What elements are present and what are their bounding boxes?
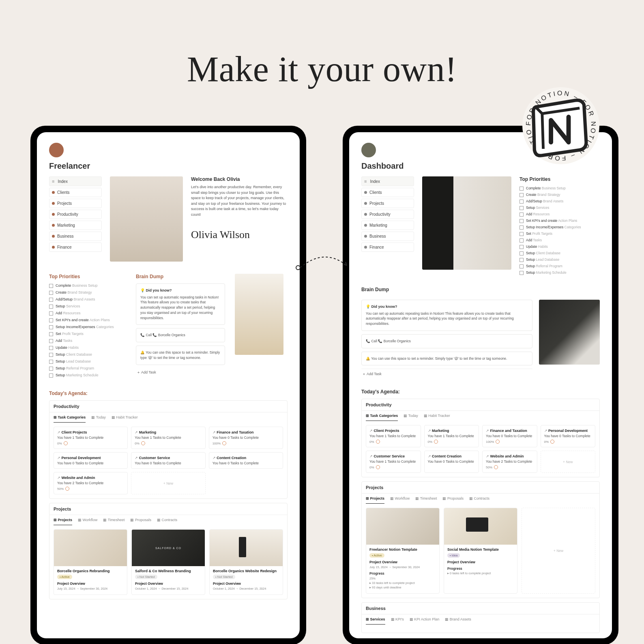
add-task-button[interactable]: Add Task (361, 369, 532, 378)
priority-item[interactable]: Setup Client Database (519, 251, 600, 255)
priority-item[interactable]: Setup Income/Expenses Categories (519, 225, 600, 230)
priority-item[interactable]: Update Habits (49, 346, 126, 350)
notion-badge: FOR NOTION – FOR NOTION – FOR NOTION – (522, 87, 599, 164)
priority-item[interactable]: Setup Marketing Schedule (49, 373, 126, 378)
sidebar-item-productivity[interactable]: Productivity (361, 210, 414, 219)
priority-item[interactable]: Setup Lead Database (49, 359, 126, 364)
project-card[interactable]: Freelancer Notion Template• ActiveProjec… (366, 508, 440, 594)
priority-item[interactable]: Setup Services (519, 206, 600, 210)
priority-item[interactable]: Setup Referral Program (519, 264, 600, 268)
priority-item[interactable]: Setup Income/Expenses Categories (49, 325, 126, 329)
sidebar-item-marketing[interactable]: Marketing (49, 221, 102, 230)
reminder-card: You can use this space to set a reminder… (136, 346, 225, 365)
priority-item[interactable]: Create Brand Strategy (49, 290, 126, 295)
tab-kpi-s[interactable]: ▦ KPI's (391, 614, 404, 625)
task-category-tile[interactable]: MarketingYou have 1 Tasks to Complete0% (424, 425, 479, 447)
tab-kpi-action-plan[interactable]: ▦ KPI Action Plan (410, 614, 440, 625)
priority-item[interactable]: Update Habits (519, 245, 600, 249)
sidebar-item-marketing[interactable]: Marketing (361, 221, 414, 230)
tab-task-categories[interactable]: ⊞ Task Categories (54, 412, 86, 423)
priority-item[interactable]: Set Profit Targets (519, 232, 600, 236)
tab-workflow[interactable]: ▦ Workflow (78, 515, 97, 525)
priority-item[interactable]: Set KPI's and create Action Plans (49, 318, 126, 322)
welcome-panel: Welcome Back Olivia Let's dive into anot… (191, 176, 288, 262)
priority-item[interactable]: Complete Business Setup (49, 283, 126, 288)
task-category-tile[interactable]: Customer ServiceYou have 0 Tasks to Comp… (131, 452, 205, 469)
priority-item[interactable]: Setup Marketing Schedule (519, 270, 600, 275)
tab-brand-assets[interactable]: ▦ Brand Assets (445, 614, 471, 625)
priority-item[interactable]: Complete Business Setup (519, 186, 600, 191)
priority-item[interactable]: Add/Setup Brand Assets (49, 297, 126, 302)
priority-item[interactable]: Add/Setup Brand Assets (519, 199, 600, 204)
call-card[interactable]: Call 📞 Borcelle Organics (361, 334, 532, 348)
tab-today[interactable]: ▦ Today (404, 411, 418, 421)
sidebar-item-business[interactable]: Business (361, 232, 414, 241)
task-category-tile[interactable]: Finance and TaxationYou have 0 Tasks to … (209, 427, 283, 449)
priority-item[interactable]: Setup Lead Database (519, 258, 600, 262)
screen-freelancer: Freelancer IndexClientsProjectsProductiv… (37, 132, 300, 638)
sidebar-item-productivity[interactable]: Productivity (49, 210, 102, 219)
tab-contracts[interactable]: ▦ Contracts (157, 515, 177, 525)
task-category-tile[interactable]: Client ProjectsYou have 1 Tasks to Compl… (54, 427, 128, 449)
tablet-left: Freelancer IndexClientsProjectsProductiv… (30, 126, 306, 644)
task-category-tile[interactable]: Customer ServiceYou have 1 Tasks to Comp… (366, 451, 421, 473)
tab-timesheet[interactable]: ▦ Timesheet (415, 494, 437, 504)
new-tile-button[interactable]: + New (131, 472, 205, 494)
sidebar-item-index[interactable]: Index (361, 176, 414, 186)
priority-item[interactable]: Add Resources (519, 212, 600, 217)
tab-timesheet[interactable]: ▦ Timesheet (103, 515, 125, 525)
priority-item[interactable]: Create Brand Strategy (519, 193, 600, 197)
project-card[interactable]: Salford & Co Wellness Branding• Not Star… (131, 529, 205, 595)
tab-projects[interactable]: ⊞ Projects (54, 515, 72, 525)
sidebar-item-projects[interactable]: Projects (49, 199, 102, 208)
didyouknow-card: Did you know? You can set up automatic r… (136, 283, 225, 325)
priority-item[interactable]: Add Resources (49, 311, 126, 316)
sidebar-item-business[interactable]: Business (49, 232, 102, 241)
add-task-button[interactable]: Add Task (136, 368, 225, 377)
new-project-button[interactable]: + New (522, 508, 595, 594)
tab-today[interactable]: ▦ Today (91, 412, 105, 423)
braindump-title: Brain Dump (136, 274, 225, 279)
priority-item[interactable]: Setup Client Database (49, 352, 126, 357)
tab-proposals[interactable]: ▦ Proposals (442, 494, 464, 504)
project-card[interactable]: Social Media Notion Template• IdeaProjec… (444, 508, 517, 594)
priority-item[interactable]: Add Tasks (49, 339, 126, 343)
call-card[interactable]: Call 📞 Borcelle Organics (136, 328, 225, 342)
tab-services[interactable]: ⊞ Services (366, 614, 385, 625)
sidebar-item-clients[interactable]: Clients (361, 188, 414, 197)
sidebar-item-finance[interactable]: Finance (361, 243, 414, 252)
tab-workflow[interactable]: ▦ Workflow (390, 494, 410, 504)
braindump-title: Brain Dump (361, 287, 600, 292)
priority-item[interactable]: Add Tasks (519, 238, 600, 243)
priority-item[interactable]: Set Profit Targets (49, 332, 126, 336)
priority-item[interactable]: Setup Referral Program (49, 366, 126, 371)
sidebar-item-finance[interactable]: Finance (49, 243, 102, 252)
projects-block: Projects ⊞ Projects▦ Workflow▦ Timesheet… (361, 481, 600, 598)
sidebar-item-index[interactable]: Index (49, 176, 102, 186)
new-tile-button[interactable]: + New (541, 451, 596, 473)
tab-task-categories[interactable]: ⊞ Task Categories (366, 411, 398, 421)
project-card[interactable]: Borcelle Organics Rebranding• ActiveProj… (54, 529, 127, 595)
sidebar-item-projects[interactable]: Projects (361, 199, 414, 208)
task-category-tile[interactable]: Personal DevelopmentYou have 0 Tasks to … (541, 425, 596, 447)
sidebar-item-clients[interactable]: Clients (49, 188, 102, 197)
tab-proposals[interactable]: ▦ Proposals (130, 515, 151, 525)
project-card[interactable]: Borcelle Organics Website Redesign• Not … (209, 529, 283, 595)
task-category-tile[interactable]: Client ProjectsYou have 1 Tasks to Compl… (366, 425, 421, 447)
task-category-tile[interactable]: Website and AdminYou have 2 Tasks to Com… (54, 472, 128, 494)
task-category-tile[interactable]: Content CreationYou have 0 Tasks to Comp… (209, 452, 283, 469)
tab-contracts[interactable]: ▦ Contracts (469, 494, 489, 504)
priority-item[interactable]: Set KPI's and create Action Plans (519, 219, 600, 223)
welcome-body: Let's dive into another productive day. … (191, 185, 288, 217)
projects-head: Projects (362, 482, 599, 494)
business-head: Business (362, 603, 599, 614)
task-category-tile[interactable]: Content CreationYou have 0 Tasks to Comp… (424, 451, 479, 473)
task-category-tile[interactable]: Personal DevelopmentYou have 0 Tasks to … (54, 452, 128, 469)
priority-item[interactable]: Setup Services (49, 304, 126, 309)
task-category-tile[interactable]: Website and AdminYou have 2 Tasks to Com… (482, 451, 537, 473)
task-category-tile[interactable]: Finance and TaxationYou have 0 Tasks to … (482, 425, 537, 447)
tab-habit-tracker[interactable]: ▦ Habit Tracker (112, 412, 138, 423)
task-category-tile[interactable]: MarketingYou have 1 Tasks to Complete0% (131, 427, 205, 449)
tab-projects[interactable]: ⊞ Projects (366, 494, 384, 504)
tab-habit-tracker[interactable]: ▦ Habit Tracker (424, 411, 450, 421)
